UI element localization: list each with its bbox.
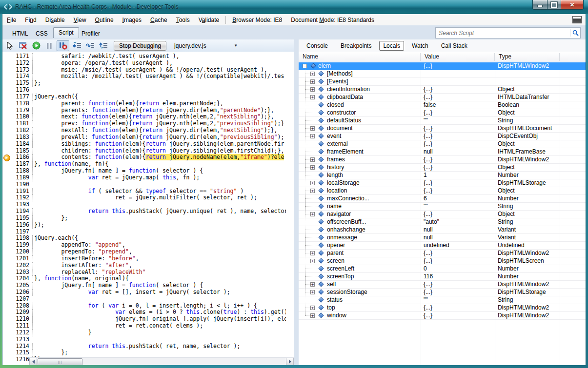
breakpoint-gutter[interactable]: [2, 255, 11, 262]
breakpoint-gutter[interactable]: [2, 282, 11, 289]
breakpoint-gutter[interactable]: [2, 188, 11, 195]
tab-watch[interactable]: Watch: [407, 41, 433, 51]
locals-row-localstorage[interactable]: +localStorage{...}DispHTMLStorage: [299, 179, 586, 187]
expand-icon[interactable]: +: [310, 306, 315, 310]
breakpoint-gutter[interactable]: [2, 80, 11, 87]
search-input[interactable]: [436, 30, 570, 37]
breakpoint-gutter[interactable]: [2, 262, 11, 269]
menu-find[interactable]: Find: [20, 16, 41, 24]
breakpoint-gutter[interactable]: [2, 289, 11, 296]
breakpoint-gutter[interactable]: [2, 316, 11, 323]
breakpoint-gutter[interactable]: [2, 242, 11, 249]
breakpoint-gutter[interactable]: [2, 222, 11, 229]
search-icon[interactable]: [570, 30, 580, 36]
collapse-icon[interactable]: −: [303, 64, 307, 68]
breakpoint-gutter[interactable]: [2, 309, 11, 316]
locals-row-events[interactable]: +[Events]: [299, 78, 586, 86]
breakpoint-gutter[interactable]: [2, 275, 11, 282]
stop-debugging-button[interactable]: Stop Debugging: [114, 41, 166, 51]
pane-splitter[interactable]: [294, 39, 299, 366]
breakpoint-gutter[interactable]: [2, 87, 11, 94]
script-file-dropdown[interactable]: jquery.dev.js ▼: [174, 42, 238, 49]
locals-row-frameelement[interactable]: frameElementnullIHTMLFrameBase: [299, 148, 586, 156]
column-header-value[interactable]: Value: [421, 53, 495, 61]
step-into-icon[interactable]: [71, 41, 82, 51]
menu-images[interactable]: Images: [118, 16, 146, 24]
tab-locals[interactable]: Locals: [379, 41, 404, 51]
breakpoint-gutter[interactable]: [2, 174, 11, 181]
scroll-right-button[interactable]: [286, 358, 294, 366]
tab-call-stack[interactable]: Call Stack: [436, 41, 472, 51]
expand-icon[interactable]: +: [310, 79, 315, 84]
breakpoint-gutter[interactable]: ▶: [2, 154, 11, 161]
breakpoint-gutter[interactable]: [2, 141, 11, 148]
breakpoint-gutter[interactable]: [2, 73, 11, 80]
locals-row-methods[interactable]: +[Methods]: [299, 70, 586, 78]
breakpoint-gutter[interactable]: [2, 107, 11, 114]
minimize-button[interactable]: [532, 0, 547, 10]
expand-icon[interactable]: +: [310, 259, 315, 263]
locals-row-screentop[interactable]: screenTop116Number: [299, 273, 586, 281]
breakpoint-gutter[interactable]: [2, 303, 11, 310]
breakpoint-gutter[interactable]: [2, 349, 11, 356]
disable-script-icon[interactable]: [17, 41, 29, 51]
break-on-error-icon[interactable]: [57, 40, 69, 51]
breakpoint-gutter[interactable]: [2, 208, 11, 215]
step-out-icon[interactable]: [97, 41, 109, 51]
breakpoint-gutter[interactable]: [2, 120, 11, 127]
locals-row-elem[interactable]: −elem{...}DispHTMLWindow2: [299, 62, 586, 70]
breakpoint-gutter[interactable]: [2, 269, 11, 276]
tab-script[interactable]: Script: [53, 27, 79, 38]
breakpoint-gutter[interactable]: [2, 296, 11, 303]
expand-icon[interactable]: +: [310, 157, 315, 162]
breakpoint-gutter[interactable]: [2, 94, 11, 100]
breakpoint-gutter[interactable]: [2, 343, 11, 350]
expand-icon[interactable]: +: [310, 95, 315, 99]
breakpoint-gutter[interactable]: [2, 249, 11, 255]
title-bar[interactable]: RAHC - Remote Area Health Corps - Module…: [0, 0, 588, 14]
breakpoint-gutter[interactable]: [2, 67, 11, 74]
locals-row-navigator[interactable]: +navigator{...}Object: [299, 211, 586, 218]
locals-row-frames[interactable]: +frames{...}DispHTMLWindow2: [299, 156, 586, 164]
breakpoint-gutter[interactable]: [2, 323, 11, 329]
locals-row-opener[interactable]: openerundefinedUndefined: [299, 242, 586, 250]
scroll-left-button[interactable]: [29, 358, 37, 366]
breakpoint-gutter[interactable]: [2, 53, 11, 60]
close-button[interactable]: ✕: [561, 0, 584, 10]
continue-icon[interactable]: [30, 41, 42, 51]
breakpoint-gutter[interactable]: [2, 181, 11, 188]
expand-icon[interactable]: +: [310, 212, 315, 216]
breakpoint-gutter[interactable]: [2, 201, 11, 208]
menu-file[interactable]: File: [2, 16, 20, 24]
locals-row-constructor[interactable]: constructor{...}Object: [299, 109, 586, 117]
horizontal-scroll-thumb[interactable]: |||: [38, 358, 82, 366]
breakpoint-gutter[interactable]: [2, 229, 11, 235]
locals-row-status[interactable]: status""String: [299, 296, 586, 304]
maximize-button[interactable]: [547, 0, 561, 10]
breakpoint-gutter[interactable]: [2, 161, 11, 168]
locals-row-offscreenbuff[interactable]: offscreenBuff..."auto"String: [299, 218, 586, 226]
breakpoint-gutter[interactable]: [2, 100, 11, 107]
breakpoint-gutter[interactable]: [2, 134, 11, 141]
locals-row-self[interactable]: +self{...}DispHTMLWindow2: [299, 281, 586, 289]
expand-icon[interactable]: +: [310, 165, 315, 170]
locals-row-document[interactable]: +document{...}DispHTMLDocument: [299, 125, 586, 133]
locals-row-sessionstorage[interactable]: +sessionStorage{...}DispHTMLStorage: [299, 289, 586, 296]
expand-icon[interactable]: +: [310, 72, 315, 76]
locals-row-defaultstatus[interactable]: defaultStatus""String: [299, 117, 586, 125]
tab-html[interactable]: HTML: [7, 29, 33, 39]
column-header-name[interactable]: Name: [299, 53, 421, 61]
break-all-icon[interactable]: [43, 41, 55, 51]
locals-row-parent[interactable]: +parent{...}DispHTMLWindow2: [299, 250, 586, 257]
expand-icon[interactable]: +: [310, 189, 315, 193]
menu-tools[interactable]: Tools: [172, 16, 194, 24]
tab-profiler[interactable]: Profiler: [77, 29, 105, 39]
locals-row-event[interactable]: +event{...}DispCEventObj: [299, 133, 586, 140]
expand-icon[interactable]: +: [310, 134, 315, 138]
breakpoint-gutter[interactable]: [2, 356, 11, 363]
locals-row-clientinformation[interactable]: +clientInformation{...}Object: [299, 86, 586, 94]
menu-browser-mode[interactable]: Browser Mode: IE8: [228, 16, 286, 24]
breakpoint-gutter[interactable]: [2, 235, 11, 242]
menu-document-mode[interactable]: Document Mode: IE8 Standards: [286, 16, 379, 24]
breakpoint-gutter[interactable]: [2, 329, 11, 336]
